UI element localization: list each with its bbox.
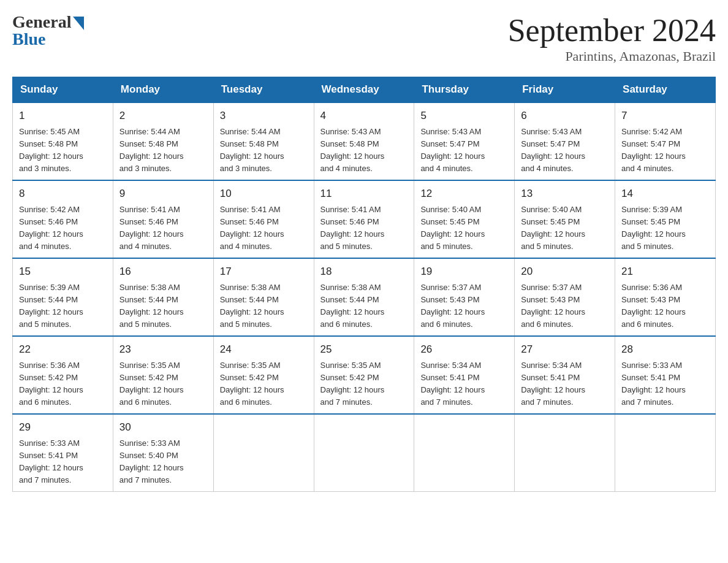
- calendar-cell: 10Sunrise: 5:41 AMSunset: 5:46 PMDayligh…: [213, 180, 314, 258]
- day-number: 14: [621, 186, 709, 202]
- day-info: Sunrise: 5:39 AMSunset: 5:45 PMDaylight:…: [621, 204, 709, 253]
- day-info: Sunrise: 5:37 AMSunset: 5:43 PMDaylight:…: [420, 282, 508, 331]
- calendar-week-5: 29Sunrise: 5:33 AMSunset: 5:41 PMDayligh…: [13, 414, 716, 492]
- day-info: Sunrise: 5:43 AMSunset: 5:47 PMDaylight:…: [521, 126, 609, 175]
- calendar-cell: 11Sunrise: 5:41 AMSunset: 5:46 PMDayligh…: [314, 180, 414, 258]
- calendar-cell: 17Sunrise: 5:38 AMSunset: 5:44 PMDayligh…: [213, 258, 314, 336]
- calendar-cell: 8Sunrise: 5:42 AMSunset: 5:46 PMDaylight…: [13, 180, 113, 258]
- day-info: Sunrise: 5:41 AMSunset: 5:46 PMDaylight:…: [119, 204, 207, 253]
- calendar-cell: 3Sunrise: 5:44 AMSunset: 5:48 PMDaylight…: [213, 102, 314, 180]
- calendar-cell: 21Sunrise: 5:36 AMSunset: 5:43 PMDayligh…: [615, 258, 716, 336]
- day-info: Sunrise: 5:33 AMSunset: 5:40 PMDaylight:…: [119, 437, 207, 487]
- day-number: 13: [521, 186, 609, 202]
- day-info: Sunrise: 5:34 AMSunset: 5:41 PMDaylight:…: [420, 359, 508, 409]
- day-info: Sunrise: 5:40 AMSunset: 5:45 PMDaylight:…: [420, 204, 508, 253]
- calendar-body: 1Sunrise: 5:45 AMSunset: 5:48 PMDaylight…: [13, 102, 716, 492]
- calendar-cell: 25Sunrise: 5:35 AMSunset: 5:42 PMDayligh…: [314, 336, 414, 414]
- header-friday: Friday: [515, 77, 615, 103]
- calendar-cell: 1Sunrise: 5:45 AMSunset: 5:48 PMDaylight…: [13, 102, 113, 180]
- calendar-cell: [213, 414, 314, 492]
- calendar-cell: 30Sunrise: 5:33 AMSunset: 5:40 PMDayligh…: [113, 414, 213, 492]
- calendar-week-4: 22Sunrise: 5:36 AMSunset: 5:42 PMDayligh…: [13, 336, 716, 414]
- day-info: Sunrise: 5:33 AMSunset: 5:41 PMDaylight:…: [621, 359, 709, 409]
- calendar-cell: 18Sunrise: 5:38 AMSunset: 5:44 PMDayligh…: [314, 258, 414, 336]
- day-number: 2: [119, 108, 207, 124]
- day-info: Sunrise: 5:37 AMSunset: 5:43 PMDaylight:…: [521, 282, 609, 331]
- calendar-cell: 12Sunrise: 5:40 AMSunset: 5:45 PMDayligh…: [414, 180, 515, 258]
- day-info: Sunrise: 5:42 AMSunset: 5:46 PMDaylight:…: [19, 204, 107, 253]
- day-number: 20: [521, 264, 609, 280]
- day-number: 30: [119, 419, 207, 435]
- calendar-week-3: 15Sunrise: 5:39 AMSunset: 5:44 PMDayligh…: [13, 258, 716, 336]
- logo-blue-text: Blue: [12, 29, 45, 49]
- calendar-cell: 29Sunrise: 5:33 AMSunset: 5:41 PMDayligh…: [13, 414, 113, 492]
- day-number: 1: [19, 108, 107, 124]
- calendar-cell: [414, 414, 515, 492]
- day-info: Sunrise: 5:34 AMSunset: 5:41 PMDaylight:…: [521, 359, 609, 409]
- calendar-cell: 24Sunrise: 5:35 AMSunset: 5:42 PMDayligh…: [213, 336, 314, 414]
- day-info: Sunrise: 5:36 AMSunset: 5:42 PMDaylight:…: [19, 359, 107, 409]
- day-number: 10: [220, 186, 308, 202]
- header-monday: Monday: [113, 77, 213, 103]
- day-info: Sunrise: 5:33 AMSunset: 5:41 PMDaylight:…: [19, 437, 107, 487]
- header-thursday: Thursday: [414, 77, 515, 103]
- day-info: Sunrise: 5:39 AMSunset: 5:44 PMDaylight:…: [19, 282, 107, 331]
- day-number: 11: [320, 186, 408, 202]
- calendar-cell: 13Sunrise: 5:40 AMSunset: 5:45 PMDayligh…: [515, 180, 615, 258]
- day-number: 15: [19, 264, 107, 280]
- day-number: 4: [320, 108, 408, 124]
- calendar-cell: 2Sunrise: 5:44 AMSunset: 5:48 PMDaylight…: [113, 102, 213, 180]
- day-info: Sunrise: 5:38 AMSunset: 5:44 PMDaylight:…: [220, 282, 308, 331]
- header-sunday: Sunday: [13, 77, 113, 103]
- header-wednesday: Wednesday: [314, 77, 414, 103]
- day-info: Sunrise: 5:43 AMSunset: 5:48 PMDaylight:…: [320, 126, 408, 175]
- day-info: Sunrise: 5:41 AMSunset: 5:46 PMDaylight:…: [220, 204, 308, 253]
- calendar-cell: 27Sunrise: 5:34 AMSunset: 5:41 PMDayligh…: [515, 336, 615, 414]
- day-number: 26: [420, 342, 508, 358]
- calendar-week-1: 1Sunrise: 5:45 AMSunset: 5:48 PMDaylight…: [13, 102, 716, 180]
- calendar-cell: 20Sunrise: 5:37 AMSunset: 5:43 PMDayligh…: [515, 258, 615, 336]
- day-info: Sunrise: 5:38 AMSunset: 5:44 PMDaylight:…: [119, 282, 207, 331]
- day-info: Sunrise: 5:35 AMSunset: 5:42 PMDaylight:…: [320, 359, 408, 409]
- calendar-cell: 23Sunrise: 5:35 AMSunset: 5:42 PMDayligh…: [113, 336, 213, 414]
- day-number: 23: [119, 342, 207, 358]
- day-number: 7: [621, 108, 709, 124]
- logo: General Blue: [12, 12, 84, 49]
- calendar-cell: 5Sunrise: 5:43 AMSunset: 5:47 PMDaylight…: [414, 102, 515, 180]
- calendar-cell: 16Sunrise: 5:38 AMSunset: 5:44 PMDayligh…: [113, 258, 213, 336]
- day-number: 28: [621, 342, 709, 358]
- header-tuesday: Tuesday: [213, 77, 314, 103]
- day-info: Sunrise: 5:40 AMSunset: 5:45 PMDaylight:…: [521, 204, 609, 253]
- calendar-cell: 22Sunrise: 5:36 AMSunset: 5:42 PMDayligh…: [13, 336, 113, 414]
- calendar-cell: [515, 414, 615, 492]
- title-block: September 2024 Parintins, Amazonas, Braz…: [508, 12, 716, 64]
- location-title: Parintins, Amazonas, Brazil: [508, 48, 716, 64]
- calendar-cell: [314, 414, 414, 492]
- calendar-week-2: 8Sunrise: 5:42 AMSunset: 5:46 PMDaylight…: [13, 180, 716, 258]
- day-number: 8: [19, 186, 107, 202]
- calendar-cell: 19Sunrise: 5:37 AMSunset: 5:43 PMDayligh…: [414, 258, 515, 336]
- header-saturday: Saturday: [615, 77, 716, 103]
- day-number: 16: [119, 264, 207, 280]
- day-info: Sunrise: 5:38 AMSunset: 5:44 PMDaylight:…: [320, 282, 408, 331]
- logo-triangle-icon: [73, 17, 84, 30]
- day-number: 24: [220, 342, 308, 358]
- day-number: 5: [420, 108, 508, 124]
- calendar-cell: 4Sunrise: 5:43 AMSunset: 5:48 PMDaylight…: [314, 102, 414, 180]
- day-info: Sunrise: 5:44 AMSunset: 5:48 PMDaylight:…: [119, 126, 207, 175]
- calendar-cell: 28Sunrise: 5:33 AMSunset: 5:41 PMDayligh…: [615, 336, 716, 414]
- day-number: 27: [521, 342, 609, 358]
- day-info: Sunrise: 5:44 AMSunset: 5:48 PMDaylight:…: [220, 126, 308, 175]
- day-info: Sunrise: 5:36 AMSunset: 5:43 PMDaylight:…: [621, 282, 709, 331]
- calendar-cell: 15Sunrise: 5:39 AMSunset: 5:44 PMDayligh…: [13, 258, 113, 336]
- calendar-cell: 6Sunrise: 5:43 AMSunset: 5:47 PMDaylight…: [515, 102, 615, 180]
- month-title: September 2024: [508, 12, 716, 48]
- calendar-cell: 26Sunrise: 5:34 AMSunset: 5:41 PMDayligh…: [414, 336, 515, 414]
- day-number: 25: [320, 342, 408, 358]
- day-number: 19: [420, 264, 508, 280]
- day-number: 22: [19, 342, 107, 358]
- calendar-cell: 14Sunrise: 5:39 AMSunset: 5:45 PMDayligh…: [615, 180, 716, 258]
- day-info: Sunrise: 5:45 AMSunset: 5:48 PMDaylight:…: [19, 126, 107, 175]
- calendar-cell: 7Sunrise: 5:42 AMSunset: 5:47 PMDaylight…: [615, 102, 716, 180]
- calendar-cell: [615, 414, 716, 492]
